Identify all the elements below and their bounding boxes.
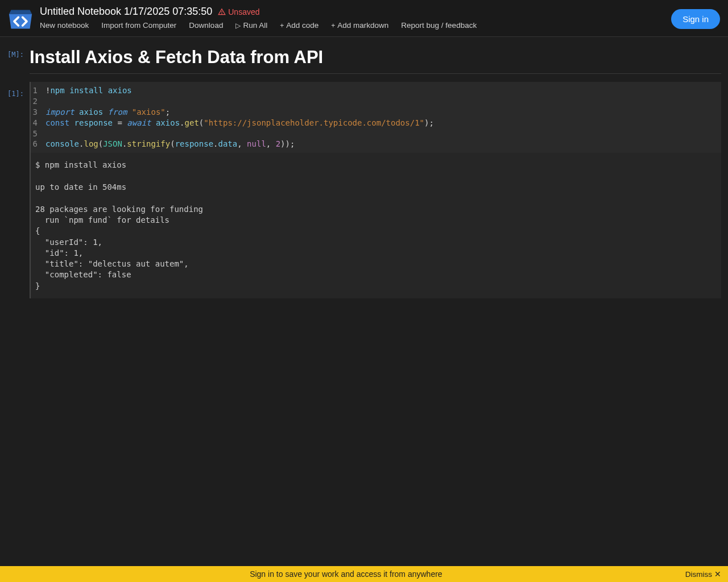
code-output: $ npm install axios up to date in 504ms … <box>30 153 721 298</box>
plus-icon: + <box>331 22 335 30</box>
signin-banner: Sign in to save your work and access it … <box>0 566 728 582</box>
code-content: import axios from "axios"; <box>46 107 170 118</box>
svg-marker-0 <box>9 10 32 14</box>
cell-gutter: [1]: <box>0 82 30 298</box>
code-content: const response = await axios.get("https:… <box>46 118 434 128</box>
line-number: 1 <box>31 85 46 96</box>
run-all-button[interactable]: ▷Run All <box>235 21 267 30</box>
markdown-heading: Install Axios & Fetch Data from API <box>30 43 721 74</box>
notebook-content: [M]: Install Axios & Fetch Data from API… <box>0 37 728 298</box>
code-content <box>46 96 50 107</box>
cell-gutter: [M]: <box>0 43 30 82</box>
code-line[interactable]: 5 <box>31 128 721 139</box>
code-cell[interactable]: [1]: 1!npm install axios2 3import axios … <box>0 82 728 298</box>
code-editor[interactable]: 1!npm install axios2 3import axios from … <box>30 82 721 153</box>
add-markdown-button[interactable]: +Add markdown <box>331 21 388 30</box>
play-icon: ▷ <box>235 22 241 30</box>
code-content: console.log(JSON.stringify(response.data… <box>46 139 295 149</box>
close-icon: ✕ <box>714 569 721 579</box>
line-number: 6 <box>31 139 46 149</box>
app-logo-icon[interactable] <box>8 7 33 32</box>
unsaved-label: Unsaved <box>228 7 259 16</box>
code-content <box>46 128 50 139</box>
line-number: 4 <box>31 118 46 128</box>
plus-icon: + <box>280 22 284 30</box>
code-line[interactable]: 3import axios from "axios"; <box>31 107 721 118</box>
banner-message: Sign in to save your work and access it … <box>7 569 685 579</box>
report-bug-button[interactable]: Report bug / feedback <box>401 21 477 30</box>
import-button[interactable]: Import from Computer <box>101 21 176 30</box>
warning-icon <box>218 8 226 16</box>
markdown-cell[interactable]: [M]: Install Axios & Fetch Data from API <box>0 43 728 82</box>
dismiss-button[interactable]: Dismiss ✕ <box>685 569 721 579</box>
toolbar: New notebook Import from Computer Downlo… <box>40 21 671 30</box>
app-header: Untitled Notebook 1/17/2025 07:35:50 Uns… <box>0 0 728 37</box>
unsaved-badge: Unsaved <box>218 7 259 16</box>
line-number: 5 <box>31 128 46 139</box>
code-line[interactable]: 2 <box>31 96 721 107</box>
sign-in-button[interactable]: Sign in <box>671 9 720 29</box>
code-line[interactable]: 4const response = await axios.get("https… <box>31 118 721 128</box>
code-line[interactable]: 1!npm install axios <box>31 85 721 96</box>
new-notebook-button[interactable]: New notebook <box>40 21 89 30</box>
code-line[interactable]: 6console.log(JSON.stringify(response.dat… <box>31 139 721 149</box>
code-content: !npm install axios <box>46 85 132 96</box>
notebook-title[interactable]: Untitled Notebook 1/17/2025 07:35:50 <box>40 6 212 18</box>
add-code-button[interactable]: +Add code <box>280 21 318 30</box>
svg-point-3 <box>222 13 222 14</box>
line-number: 2 <box>31 96 46 107</box>
dismiss-label: Dismiss <box>685 570 712 579</box>
download-button[interactable]: Download <box>189 21 223 30</box>
line-number: 3 <box>31 107 46 118</box>
svg-marker-1 <box>9 14 32 29</box>
